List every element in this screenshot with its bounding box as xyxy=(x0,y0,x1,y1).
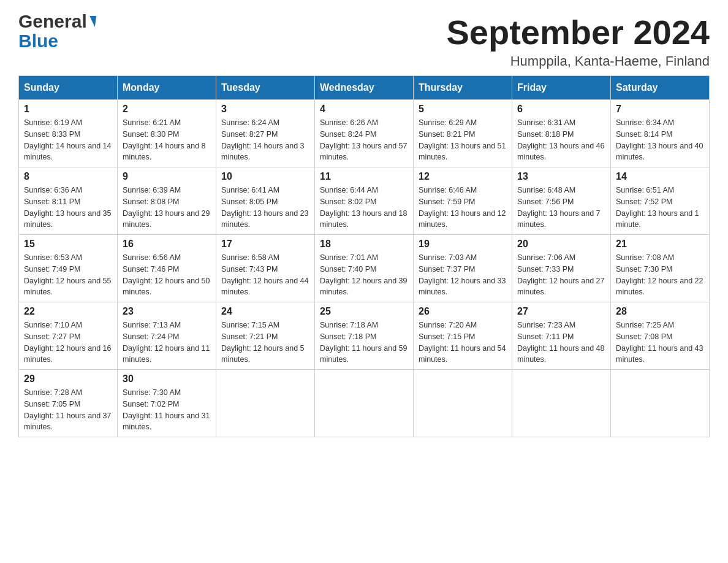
day-info: Sunrise: 7:30 AMSunset: 7:02 PMDaylight:… xyxy=(123,387,211,433)
day-info: Sunrise: 6:31 AMSunset: 8:18 PMDaylight:… xyxy=(517,117,605,163)
calendar-week-1: 1Sunrise: 6:19 AMSunset: 8:33 PMDaylight… xyxy=(19,100,710,167)
day-info: Sunrise: 6:24 AMSunset: 8:27 PMDaylight:… xyxy=(221,117,309,163)
day-info: Sunrise: 6:46 AMSunset: 7:59 PMDaylight:… xyxy=(419,185,507,231)
empty-cell xyxy=(315,370,414,437)
empty-cell xyxy=(216,370,315,437)
weekday-header-friday: Friday xyxy=(512,76,611,100)
day-cell-11: 11Sunrise: 6:44 AMSunset: 8:02 PMDayligh… xyxy=(315,167,414,235)
day-info: Sunrise: 7:01 AMSunset: 7:40 PMDaylight:… xyxy=(320,252,408,298)
day-number: 4 xyxy=(320,104,408,115)
day-info: Sunrise: 7:28 AMSunset: 7:05 PMDaylight:… xyxy=(24,387,112,433)
day-number: 10 xyxy=(221,171,309,182)
weekday-header-thursday: Thursday xyxy=(414,76,512,100)
day-cell-13: 13Sunrise: 6:48 AMSunset: 7:56 PMDayligh… xyxy=(512,167,611,235)
day-cell-23: 23Sunrise: 7:13 AMSunset: 7:24 PMDayligh… xyxy=(118,302,216,370)
day-info: Sunrise: 6:44 AMSunset: 8:02 PMDaylight:… xyxy=(320,185,408,231)
day-number: 27 xyxy=(517,306,605,317)
calendar-week-5: 29Sunrise: 7:28 AMSunset: 7:05 PMDayligh… xyxy=(19,370,710,437)
calendar-week-2: 8Sunrise: 6:36 AMSunset: 8:11 PMDaylight… xyxy=(19,167,710,235)
day-number: 28 xyxy=(616,306,704,317)
day-cell-15: 15Sunrise: 6:53 AMSunset: 7:49 PMDayligh… xyxy=(19,235,118,302)
weekday-header-wednesday: Wednesday xyxy=(315,76,414,100)
day-cell-10: 10Sunrise: 6:41 AMSunset: 8:05 PMDayligh… xyxy=(216,167,315,235)
day-info: Sunrise: 6:56 AMSunset: 7:46 PMDaylight:… xyxy=(123,252,211,298)
day-cell-5: 5Sunrise: 6:29 AMSunset: 8:21 PMDaylight… xyxy=(414,100,512,167)
day-cell-2: 2Sunrise: 6:21 AMSunset: 8:30 PMDaylight… xyxy=(118,100,216,167)
day-number: 5 xyxy=(419,104,507,115)
day-cell-18: 18Sunrise: 7:01 AMSunset: 7:40 PMDayligh… xyxy=(315,235,414,302)
day-cell-25: 25Sunrise: 7:18 AMSunset: 7:18 PMDayligh… xyxy=(315,302,414,370)
day-number: 25 xyxy=(320,306,408,317)
day-number: 22 xyxy=(24,306,112,317)
day-number: 9 xyxy=(123,171,211,182)
day-number: 6 xyxy=(517,104,605,115)
day-info: Sunrise: 7:23 AMSunset: 7:11 PMDaylight:… xyxy=(517,320,605,366)
day-cell-27: 27Sunrise: 7:23 AMSunset: 7:11 PMDayligh… xyxy=(512,302,611,370)
day-info: Sunrise: 7:03 AMSunset: 7:37 PMDaylight:… xyxy=(419,252,507,298)
day-info: Sunrise: 6:48 AMSunset: 7:56 PMDaylight:… xyxy=(517,185,605,231)
day-cell-20: 20Sunrise: 7:06 AMSunset: 7:33 PMDayligh… xyxy=(512,235,611,302)
weekday-header-saturday: Saturday xyxy=(611,76,710,100)
day-number: 16 xyxy=(123,239,211,250)
day-cell-6: 6Sunrise: 6:31 AMSunset: 8:18 PMDaylight… xyxy=(512,100,611,167)
day-info: Sunrise: 6:29 AMSunset: 8:21 PMDaylight:… xyxy=(419,117,507,163)
day-info: Sunrise: 7:08 AMSunset: 7:30 PMDaylight:… xyxy=(616,252,704,298)
day-info: Sunrise: 6:36 AMSunset: 8:11 PMDaylight:… xyxy=(24,185,112,231)
day-cell-12: 12Sunrise: 6:46 AMSunset: 7:59 PMDayligh… xyxy=(414,167,512,235)
calendar-header-row: SundayMondayTuesdayWednesdayThursdayFrid… xyxy=(19,76,710,100)
empty-cell xyxy=(512,370,611,437)
day-cell-17: 17Sunrise: 6:58 AMSunset: 7:43 PMDayligh… xyxy=(216,235,315,302)
day-info: Sunrise: 7:10 AMSunset: 7:27 PMDaylight:… xyxy=(24,320,112,366)
day-number: 15 xyxy=(24,239,112,250)
day-info: Sunrise: 7:25 AMSunset: 7:08 PMDaylight:… xyxy=(616,320,704,366)
logo: General Blue xyxy=(18,12,96,52)
day-cell-8: 8Sunrise: 6:36 AMSunset: 8:11 PMDaylight… xyxy=(19,167,118,235)
day-cell-28: 28Sunrise: 7:25 AMSunset: 7:08 PMDayligh… xyxy=(611,302,710,370)
day-cell-9: 9Sunrise: 6:39 AMSunset: 8:08 PMDaylight… xyxy=(118,167,216,235)
day-cell-21: 21Sunrise: 7:08 AMSunset: 7:30 PMDayligh… xyxy=(611,235,710,302)
day-number: 12 xyxy=(419,171,507,182)
calendar-week-3: 15Sunrise: 6:53 AMSunset: 7:49 PMDayligh… xyxy=(19,235,710,302)
day-cell-26: 26Sunrise: 7:20 AMSunset: 7:15 PMDayligh… xyxy=(414,302,512,370)
day-number: 30 xyxy=(123,373,211,385)
day-info: Sunrise: 7:18 AMSunset: 7:18 PMDaylight:… xyxy=(320,320,408,366)
day-number: 11 xyxy=(320,171,408,182)
day-info: Sunrise: 7:13 AMSunset: 7:24 PMDaylight:… xyxy=(123,320,211,366)
day-number: 29 xyxy=(24,373,112,385)
title-block: September 2024 Humppila, Kanta-Haeme, Fi… xyxy=(446,12,710,69)
day-cell-3: 3Sunrise: 6:24 AMSunset: 8:27 PMDaylight… xyxy=(216,100,315,167)
day-info: Sunrise: 6:19 AMSunset: 8:33 PMDaylight:… xyxy=(24,117,112,163)
day-cell-19: 19Sunrise: 7:03 AMSunset: 7:37 PMDayligh… xyxy=(414,235,512,302)
day-cell-16: 16Sunrise: 6:56 AMSunset: 7:46 PMDayligh… xyxy=(118,235,216,302)
day-number: 26 xyxy=(419,306,507,317)
day-number: 20 xyxy=(517,239,605,250)
calendar-table: SundayMondayTuesdayWednesdayThursdayFrid… xyxy=(18,75,710,437)
day-number: 7 xyxy=(616,104,704,115)
logo-arrow-icon xyxy=(88,16,96,27)
day-info: Sunrise: 7:20 AMSunset: 7:15 PMDaylight:… xyxy=(419,320,507,366)
day-number: 14 xyxy=(616,171,704,182)
day-info: Sunrise: 7:06 AMSunset: 7:33 PMDaylight:… xyxy=(517,252,605,298)
calendar-week-4: 22Sunrise: 7:10 AMSunset: 7:27 PMDayligh… xyxy=(19,302,710,370)
weekday-header-monday: Monday xyxy=(118,76,216,100)
empty-cell xyxy=(611,370,710,437)
day-cell-1: 1Sunrise: 6:19 AMSunset: 8:33 PMDaylight… xyxy=(19,100,118,167)
page-header: General Blue September 2024 Humppila, Ka… xyxy=(18,12,710,69)
day-info: Sunrise: 6:41 AMSunset: 8:05 PMDaylight:… xyxy=(221,185,309,231)
day-info: Sunrise: 6:53 AMSunset: 7:49 PMDaylight:… xyxy=(24,252,112,298)
day-number: 21 xyxy=(616,239,704,250)
day-cell-24: 24Sunrise: 7:15 AMSunset: 7:21 PMDayligh… xyxy=(216,302,315,370)
day-info: Sunrise: 6:39 AMSunset: 8:08 PMDaylight:… xyxy=(123,185,211,231)
weekday-header-sunday: Sunday xyxy=(19,76,118,100)
day-info: Sunrise: 6:51 AMSunset: 7:52 PMDaylight:… xyxy=(616,185,704,231)
day-number: 17 xyxy=(221,239,309,250)
location-title: Humppila, Kanta-Haeme, Finland xyxy=(446,53,710,69)
day-number: 23 xyxy=(123,306,211,317)
day-cell-14: 14Sunrise: 6:51 AMSunset: 7:52 PMDayligh… xyxy=(611,167,710,235)
day-number: 18 xyxy=(320,239,408,250)
day-cell-7: 7Sunrise: 6:34 AMSunset: 8:14 PMDaylight… xyxy=(611,100,710,167)
day-cell-29: 29Sunrise: 7:28 AMSunset: 7:05 PMDayligh… xyxy=(19,370,118,437)
day-info: Sunrise: 6:26 AMSunset: 8:24 PMDaylight:… xyxy=(320,117,408,163)
empty-cell xyxy=(414,370,512,437)
day-number: 24 xyxy=(221,306,309,317)
